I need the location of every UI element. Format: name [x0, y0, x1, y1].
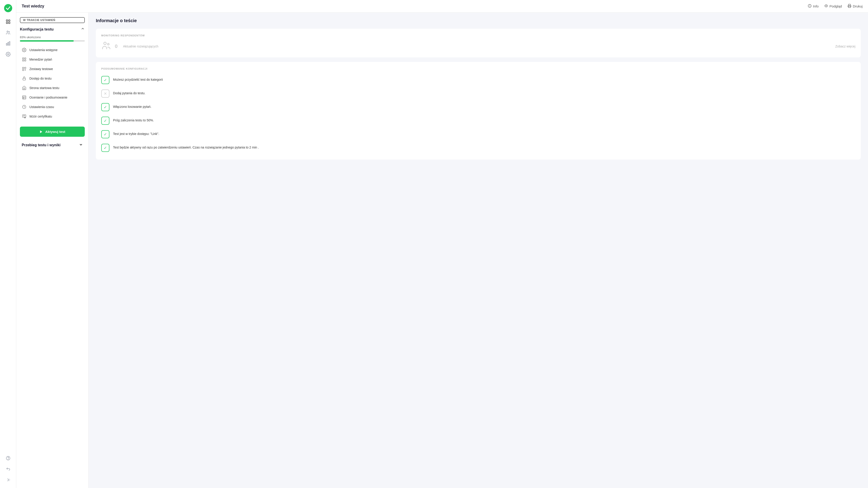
status-badge: W TRAKCIE USTAWIEŃ — [20, 17, 85, 23]
certificate-icon — [22, 114, 27, 119]
content-area: W TRAKCIE USTAWIEŃ Konfiguracja testu 83… — [16, 13, 868, 488]
config-item-access-mode-text: Test jest w trybie dostępu: "Link". — [113, 130, 159, 136]
menu-item-test-sets[interactable]: Zestawy testowe — [20, 64, 85, 74]
progress-bar — [20, 40, 85, 41]
info-button[interactable]: Info — [808, 4, 819, 8]
svg-rect-24 — [23, 67, 24, 69]
settings-icon — [22, 48, 27, 53]
svg-point-19 — [24, 50, 25, 51]
grading-icon — [22, 95, 27, 100]
svg-point-16 — [826, 6, 826, 6]
menu-item-start-page[interactable]: Strona startowa testu — [20, 83, 85, 93]
check-icon-access-mode: ✓ — [101, 130, 110, 138]
menu-item-certificate[interactable]: Wzór certyfikatu — [20, 112, 85, 121]
menu-item-access[interactable]: Dostęp do testu — [20, 74, 85, 83]
page-title: Test wiedzy — [22, 4, 808, 8]
svg-rect-26 — [23, 69, 24, 71]
menu-item-start-page-label: Strona startowa testu — [29, 86, 59, 90]
sidebar-item-grid[interactable] — [4, 17, 13, 26]
monitoring-card: MONITORING RESPONDENTÓW 0 Aktualnie rozw… — [96, 29, 861, 57]
svg-rect-22 — [23, 60, 24, 61]
svg-rect-7 — [6, 43, 7, 45]
sidebar — [0, 0, 16, 488]
menu-item-question-manager[interactable]: Menedżer pytań — [20, 55, 85, 64]
config-item-threshold-text: Próg zaliczenia testu to 50%. — [113, 117, 154, 123]
svg-rect-30 — [23, 96, 26, 99]
svg-rect-4 — [8, 22, 10, 24]
check-icon-randomize: ✓ — [101, 103, 110, 111]
svg-rect-3 — [6, 22, 7, 24]
svg-point-43 — [107, 43, 109, 45]
svg-rect-29 — [23, 78, 26, 80]
menu-item-grading[interactable]: Ocenianie i podsumowanie — [20, 93, 85, 102]
menu-item-initial-settings[interactable]: Ustawienia wstępne — [20, 45, 85, 55]
svg-rect-21 — [25, 58, 26, 59]
config-summary-card: PODSUMOWANIE KONFIGURACJI ✓ Możesz przyd… — [96, 62, 861, 160]
preview-button[interactable]: Podgląd — [824, 4, 842, 8]
sidebar-item-gear[interactable] — [4, 50, 13, 59]
config-header: Konfiguracja testu — [20, 27, 85, 32]
sidebar-item-chart[interactable] — [4, 39, 13, 48]
config-item-randomize-text: Włączono losowanie pytań. — [113, 103, 151, 109]
print-button[interactable]: Drukuj — [847, 4, 863, 8]
svg-rect-1 — [6, 20, 7, 21]
check-icon-threshold: ✓ — [101, 117, 110, 125]
home-icon — [22, 86, 27, 90]
activate-test-button[interactable]: Aktywuj test — [20, 127, 85, 137]
monitoring-count: 0 — [115, 43, 118, 49]
monitoring-description: Aktualnie rozwiązujących — [123, 44, 158, 48]
config-item-timing-text: Test będzie aktywny od razu po zatwierdz… — [113, 144, 259, 150]
chevron-up-icon[interactable] — [81, 27, 85, 32]
topbar-actions: Info Podgląd — [808, 4, 863, 8]
menu-item-initial-settings-label: Ustawienia wstępne — [29, 48, 58, 52]
sidebar-bottom — [4, 454, 13, 484]
config-item-threshold: ✓ Próg zaliczenia testu to 50%. — [101, 114, 855, 127]
svg-rect-23 — [25, 60, 26, 61]
svg-point-12 — [8, 459, 8, 459]
svg-marker-41 — [40, 130, 42, 133]
clock-icon — [22, 104, 27, 110]
cross-icon-questions: ✕ — [101, 90, 110, 98]
print-label: Drukuj — [853, 4, 863, 8]
svg-point-10 — [7, 54, 9, 55]
svg-rect-18 — [848, 6, 850, 8]
menu-items: Ustawienia wstępne Menedżer pytań — [20, 45, 85, 121]
config-item-timing: ✓ Test będzie aktywny od razu po zatwier… — [101, 142, 855, 154]
info-icon — [808, 4, 812, 8]
config-item-access-mode: ✓ Test jest w trybie dostępu: "Link". — [101, 128, 855, 141]
info-label: Info — [813, 4, 819, 8]
chevron-down-icon — [79, 143, 83, 148]
app-logo[interactable] — [4, 4, 13, 13]
config-item-questions-text: Dodaj pytania do testu. — [113, 90, 145, 96]
config-item-category: ✓ Możesz przydzielić test do kategorii — [101, 74, 855, 86]
preview-label: Podgląd — [830, 4, 842, 8]
monitoring-label: MONITORING RESPONDENTÓW — [101, 34, 855, 37]
main-wrapper: Test wiedzy Info Podgląd — [16, 0, 868, 488]
sidebar-item-back[interactable] — [4, 464, 13, 474]
sidebar-item-expand[interactable] — [4, 475, 13, 484]
sidebar-item-users[interactable] — [4, 28, 13, 37]
config-items: ✓ Możesz przydzielić test do kategorii ✕… — [101, 74, 855, 154]
svg-rect-17 — [848, 4, 850, 6]
progress-bar-fill — [20, 40, 74, 41]
test-progress-title: Przebieg testu i wyniki — [22, 143, 61, 147]
menu-item-test-sets-label: Zestawy testowe — [29, 67, 53, 71]
svg-rect-9 — [9, 41, 10, 45]
config-title: Konfiguracja testu — [20, 27, 54, 32]
questions-icon — [22, 57, 27, 62]
svg-point-0 — [4, 4, 12, 12]
users-group-icon — [101, 40, 111, 52]
svg-point-6 — [8, 31, 9, 32]
lock-icon — [22, 76, 27, 81]
svg-rect-8 — [8, 42, 8, 45]
config-item-questions: ✕ Dodaj pytania do testu. — [101, 87, 855, 100]
sidebar-item-help[interactable] — [4, 454, 13, 463]
menu-item-question-manager-label: Menedżer pytań — [29, 58, 52, 61]
monitoring-row: 0 Aktualnie rozwiązujących Zobacz więcej — [101, 40, 855, 52]
menu-item-time-settings[interactable]: Ustawienia czasu — [20, 102, 85, 112]
print-icon — [847, 4, 851, 8]
svg-rect-2 — [8, 20, 10, 21]
check-icon-timing: ✓ — [101, 144, 110, 152]
test-progress-section[interactable]: Przebieg testu i wyniki — [20, 140, 85, 150]
see-more-link[interactable]: Zobacz więcej — [835, 44, 855, 48]
